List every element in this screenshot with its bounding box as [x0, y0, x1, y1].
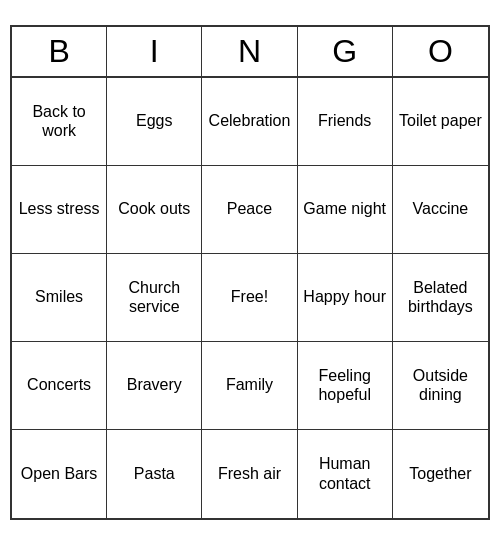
- bingo-cell-text: Pasta: [134, 464, 175, 483]
- bingo-cell: Open Bars: [12, 430, 107, 518]
- bingo-header-letter: I: [107, 27, 202, 76]
- bingo-cell: Human contact: [298, 430, 393, 518]
- bingo-cell-text: Together: [409, 464, 471, 483]
- bingo-cell-text: Vaccine: [413, 199, 469, 218]
- bingo-cell: Cook outs: [107, 166, 202, 254]
- bingo-grid: Back to workEggsCelebrationFriendsToilet…: [12, 78, 488, 518]
- bingo-cell: Fresh air: [202, 430, 297, 518]
- bingo-cell: Smiles: [12, 254, 107, 342]
- bingo-cell: Family: [202, 342, 297, 430]
- bingo-cell-text: Outside dining: [397, 366, 484, 404]
- bingo-cell: Free!: [202, 254, 297, 342]
- bingo-cell: Outside dining: [393, 342, 488, 430]
- bingo-cell-text: Open Bars: [21, 464, 97, 483]
- bingo-cell-text: Less stress: [19, 199, 100, 218]
- bingo-cell-text: Friends: [318, 111, 371, 130]
- bingo-cell-text: Belated birthdays: [397, 278, 484, 316]
- bingo-header: BINGO: [12, 27, 488, 78]
- bingo-cell: Vaccine: [393, 166, 488, 254]
- bingo-cell-text: Toilet paper: [399, 111, 482, 130]
- bingo-cell: Concerts: [12, 342, 107, 430]
- bingo-cell: Bravery: [107, 342, 202, 430]
- bingo-card: BINGO Back to workEggsCelebrationFriends…: [10, 25, 490, 520]
- bingo-cell: Back to work: [12, 78, 107, 166]
- bingo-cell: Friends: [298, 78, 393, 166]
- bingo-cell: Toilet paper: [393, 78, 488, 166]
- bingo-cell-text: Feeling hopeful: [302, 366, 388, 404]
- bingo-cell: Belated birthdays: [393, 254, 488, 342]
- bingo-cell: Eggs: [107, 78, 202, 166]
- bingo-cell-text: Church service: [111, 278, 197, 316]
- bingo-cell-text: Family: [226, 375, 273, 394]
- bingo-cell: Church service: [107, 254, 202, 342]
- bingo-cell-text: Smiles: [35, 287, 83, 306]
- bingo-cell: Feeling hopeful: [298, 342, 393, 430]
- bingo-cell-text: Happy hour: [303, 287, 386, 306]
- bingo-cell: Happy hour: [298, 254, 393, 342]
- bingo-cell: Peace: [202, 166, 297, 254]
- bingo-cell: Less stress: [12, 166, 107, 254]
- bingo-header-letter: B: [12, 27, 107, 76]
- bingo-cell-text: Back to work: [16, 102, 102, 140]
- bingo-cell-text: Celebration: [209, 111, 291, 130]
- bingo-cell-text: Concerts: [27, 375, 91, 394]
- bingo-cell-text: Bravery: [127, 375, 182, 394]
- bingo-header-letter: N: [202, 27, 297, 76]
- bingo-cell-text: Free!: [231, 287, 268, 306]
- bingo-cell: Pasta: [107, 430, 202, 518]
- bingo-cell-text: Fresh air: [218, 464, 281, 483]
- bingo-header-letter: O: [393, 27, 488, 76]
- bingo-cell: Together: [393, 430, 488, 518]
- bingo-cell-text: Eggs: [136, 111, 172, 130]
- bingo-header-letter: G: [298, 27, 393, 76]
- bingo-cell-text: Cook outs: [118, 199, 190, 218]
- bingo-cell-text: Game night: [303, 199, 386, 218]
- bingo-cell-text: Human contact: [302, 454, 388, 492]
- bingo-cell-text: Peace: [227, 199, 272, 218]
- bingo-cell: Celebration: [202, 78, 297, 166]
- bingo-cell: Game night: [298, 166, 393, 254]
